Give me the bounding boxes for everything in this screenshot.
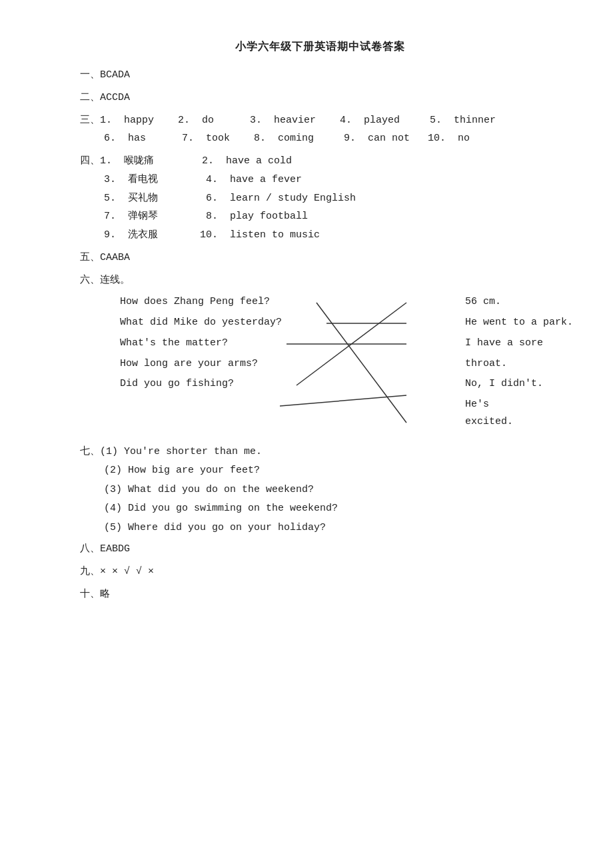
section-wu: 五、CAABA [80,249,560,267]
lj-a3b: throat. [465,354,573,375]
section-ba-content: EABDG [100,543,130,555]
section-shi-label: 十、 [80,589,100,600]
section-qi-label: 七、 [80,446,100,457]
lj-q4: How long are your arms? [120,354,282,375]
lj-a5: He's [465,395,573,415]
section-yi-label: 一、 [80,69,100,81]
section-san-row2: 6. has 7. took 8. coming 9. can not 10. … [80,129,560,148]
lj-q3: What's the matter? [120,333,282,354]
section-san: 三、1. happy 2. do 3. heavier 4. played 5.… [80,111,560,149]
section-si: 四、1. 喉咙痛 2. have a cold 3. 看电视 4. have a… [80,152,560,245]
section-liu-label: 六、连线。 [80,275,130,286]
section-wu-label: 五、 [80,252,100,263]
lj-answers: 56 cm. He went to a park. I have a sore … [465,292,573,428]
section-qi: 七、(1) You're shorter than me. (2) How bi… [80,443,560,537]
section-yi: 一、BCADA [80,66,560,85]
lianjian-area: How does Zhang Peng feel? What did Mike … [120,292,573,439]
section-liu: 六、连线。 How does Zhang Peng feel? What did… [80,271,560,439]
lj-questions: How does Zhang Peng feel? What did Mike … [120,292,282,395]
lj-a5b: excited. [465,415,573,429]
section-er-content: ACCDA [100,92,130,103]
section-shi-content: 略 [100,589,110,600]
section-wu-content: CAABA [100,252,130,263]
lj-q1: How does Zhang Peng feel? [120,292,282,313]
section-san-label: 三、 [80,115,100,126]
section-yi-content: BCADA [100,69,130,81]
lj-a2: He went to a park. [465,313,573,333]
svg-line-4 [280,395,406,406]
section-er: 二、ACCDA [80,89,560,107]
svg-line-3 [297,303,406,385]
section-jiu-content: × × √ √ × [100,566,154,577]
lj-q2: What did Mike do yesterday? [120,313,282,333]
lj-a3: I have a sore [465,333,573,354]
section-shi: 十、略 [80,585,560,604]
lj-q5: Did you go fishing? [120,374,282,395]
section-si-label: 四、 [80,155,100,167]
lj-a1: 56 cm. [465,292,573,313]
section-ba: 八、EABDG [80,540,560,559]
section-jiu-label: 九、 [80,566,100,577]
section-ba-label: 八、 [80,543,100,555]
section-jiu: 九、× × √ √ × [80,563,560,581]
page-title: 小学六年级下册英语期中试卷答案 [80,40,560,54]
svg-line-0 [316,303,406,423]
lj-a4: No, I didn't. [465,374,573,395]
section-er-label: 二、 [80,92,100,103]
